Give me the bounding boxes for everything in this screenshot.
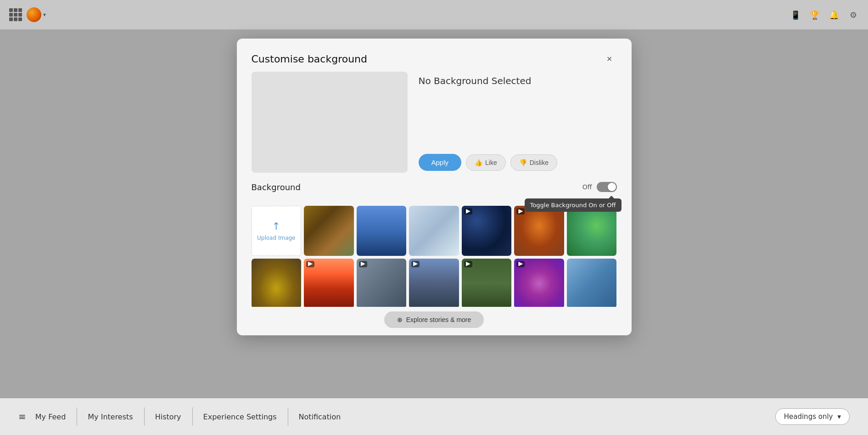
background-image-13-preview <box>567 259 617 307</box>
background-image-7[interactable] <box>252 259 302 307</box>
nav-items: My Feed My Interests History Experience … <box>35 398 352 435</box>
topbar-right: 📱 🏆 🔔 ⚙ <box>790 9 859 20</box>
bing-logo-chevron: ▾ <box>43 11 46 18</box>
background-image-6[interactable] <box>567 206 617 256</box>
nav-item-notification[interactable]: Notification <box>288 398 352 435</box>
nav-item-my-feed[interactable]: My Feed <box>35 398 77 435</box>
background-image-7-preview <box>252 259 302 307</box>
background-image-2[interactable] <box>357 206 407 256</box>
video-badge-5 <box>516 208 525 215</box>
nav-item-my-feed-label: My Feed <box>35 412 66 421</box>
headings-only-label: Headings only <box>784 412 833 421</box>
background-image-9[interactable] <box>357 259 407 307</box>
dislike-button[interactable]: 👎 Dislike <box>510 154 557 171</box>
background-image-grid: ↑ Upload Image <box>237 206 632 307</box>
video-badge-12 <box>516 261 525 267</box>
background-image-1-preview <box>304 206 354 256</box>
preview-title: No Background Selected <box>419 72 617 86</box>
background-image-3[interactable] <box>409 206 459 256</box>
preview-info: No Background Selected Apply 👍 Like 👎 Di… <box>419 72 617 173</box>
background-image-6-preview <box>567 206 617 256</box>
modal-overlay: Customise background × No Background Sel… <box>0 29 868 398</box>
background-image-13[interactable] <box>567 259 617 307</box>
nav-item-history[interactable]: History <box>144 398 192 435</box>
background-section-title: Background <box>252 182 301 192</box>
nav-item-experience-settings[interactable]: Experience Settings <box>192 398 288 435</box>
background-image-1[interactable] <box>304 206 354 256</box>
bing-logo[interactable]: ▾ <box>27 7 46 22</box>
video-badge-10 <box>411 261 420 267</box>
upload-arrow-icon: ↑ <box>272 220 280 232</box>
background-image-3-preview <box>409 206 459 256</box>
bell-icon[interactable]: 🔔 <box>829 9 840 20</box>
video-badge-4 <box>464 208 472 215</box>
video-badge-8 <box>306 261 314 267</box>
background-image-2-preview <box>357 206 407 256</box>
background-toggle-tooltip: Toggle Background On or Off <box>525 198 622 212</box>
upload-image-label: Upload Image <box>257 235 295 241</box>
explore-stories-button[interactable]: ⊕ Explore stories & more <box>384 311 484 328</box>
explore-label: Explore stories & more <box>406 316 471 323</box>
customise-background-modal: Customise background × No Background Sel… <box>237 39 632 335</box>
background-image-8[interactable] <box>304 259 354 307</box>
topbar-left: ▾ <box>9 7 46 22</box>
thumbs-down-icon: 👎 <box>519 159 527 166</box>
apply-button[interactable]: Apply <box>419 154 462 171</box>
video-badge-9 <box>359 261 367 267</box>
video-badge-11 <box>464 261 472 267</box>
topbar: ▾ 📱 🏆 🔔 ⚙ <box>0 0 868 29</box>
like-button[interactable]: 👍 Like <box>466 154 506 171</box>
grid-icon[interactable] <box>9 8 22 21</box>
nav-item-history-label: History <box>155 412 181 421</box>
bing-logo-ball <box>27 7 41 22</box>
phone-icon[interactable]: 📱 <box>790 9 801 20</box>
headings-chevron-icon: ▾ <box>837 412 841 421</box>
modal-title: Customise background <box>252 53 368 65</box>
nav-item-notification-label: Notification <box>299 412 341 421</box>
background-image-11[interactable] <box>462 259 512 307</box>
background-image-10[interactable] <box>409 259 459 307</box>
background-image-5[interactable] <box>514 206 564 256</box>
preview-image-box <box>252 72 408 173</box>
nav-menu-icon[interactable]: ≡ <box>18 411 26 422</box>
modal-header: Customise background × <box>237 39 632 72</box>
toggle-knob <box>608 183 616 191</box>
nav-item-my-interests-label: My Interests <box>88 412 133 421</box>
modal-close-button[interactable]: × <box>602 51 617 66</box>
nav-item-my-interests[interactable]: My Interests <box>77 398 144 435</box>
nav-item-experience-settings-label: Experience Settings <box>203 412 277 421</box>
preview-actions: Apply 👍 Like 👎 Dislike <box>419 154 617 173</box>
upload-image-cell[interactable]: ↑ Upload Image <box>252 206 302 256</box>
modal-preview-section: No Background Selected Apply 👍 Like 👎 Di… <box>237 72 632 182</box>
like-label: Like <box>485 159 497 166</box>
settings-icon[interactable]: ⚙ <box>848 9 859 20</box>
explore-icon: ⊕ <box>397 316 403 323</box>
bottom-navigation: ≡ My Feed My Interests History Experienc… <box>0 398 868 435</box>
background-section-header: Background Off Toggle Background On or O… <box>252 182 617 192</box>
background-toggle-switch[interactable] <box>597 182 617 192</box>
background-toggle-area: Off Toggle Background On or Off <box>582 182 617 192</box>
background-section: Background Off Toggle Background On or O… <box>237 182 632 206</box>
background-image-12[interactable] <box>514 259 564 307</box>
rewards-icon[interactable]: 🏆 <box>809 9 820 20</box>
background-image-4[interactable] <box>462 206 512 256</box>
background-toggle-off-label: Off <box>582 183 592 191</box>
headings-only-select[interactable]: Headings only ▾ <box>775 408 850 425</box>
thumbs-up-icon: 👍 <box>475 159 482 166</box>
dislike-label: Dislike <box>530 159 549 166</box>
explore-bar: ⊕ Explore stories & more <box>237 307 632 335</box>
